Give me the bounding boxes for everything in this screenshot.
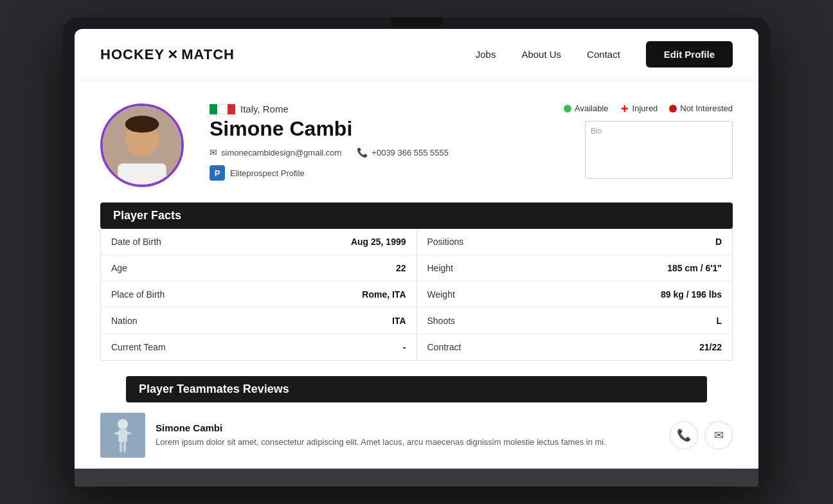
contact-row: ✉ simonecambidesign@gmail.com 📞 +0039 36… xyxy=(210,147,538,158)
location-text: Italy, Rome xyxy=(240,104,289,114)
fact-contract-label: Contract xyxy=(427,342,461,352)
logo-text-hockey: HOCKEY xyxy=(100,46,165,63)
ep-icon: P xyxy=(210,165,225,181)
laptop-base xyxy=(75,469,758,487)
message-button[interactable]: ✉ xyxy=(704,421,733,449)
flag-green xyxy=(210,104,217,114)
injured-label: Injured xyxy=(632,104,658,113)
review-card: Simone Cambi Lorem ipsum dolor sit amet,… xyxy=(100,402,733,469)
available-label: Available xyxy=(575,104,609,113)
status-injured: ✚ Injured xyxy=(620,104,658,113)
not-interested-label: Not Interested xyxy=(680,104,733,113)
phone-icon: 📞 xyxy=(357,147,368,158)
fact-team: Current Team - xyxy=(101,334,416,360)
fact-pob-value: Rome, ITA xyxy=(362,289,406,300)
mail-icon: ✉ xyxy=(210,147,217,158)
reviewer-name: Simone Cambi xyxy=(156,422,659,433)
player-name: Simone Cambi xyxy=(210,117,538,141)
player-facts-header: Player Facts xyxy=(100,203,733,229)
laptop-notch xyxy=(391,17,442,26)
svg-rect-9 xyxy=(126,432,131,435)
fact-age-value: 22 xyxy=(396,263,406,273)
nav-link-about[interactable]: About Us xyxy=(521,49,561,60)
avatar xyxy=(100,104,184,187)
svg-rect-8 xyxy=(114,432,120,435)
avatar-image xyxy=(103,106,181,184)
fact-age-label: Age xyxy=(111,263,127,273)
fact-dob-value: Aug 25, 1999 xyxy=(351,237,406,247)
facts-right-col: Positions D Height 185 cm / 6'1" Weight … xyxy=(417,229,733,360)
logo-icon: ✕ xyxy=(167,47,179,62)
review-content: Simone Cambi Lorem ipsum dolor sit amet,… xyxy=(156,422,659,449)
fact-shoots: Shoots L xyxy=(417,308,733,334)
phone-text: +0039 366 555 5555 xyxy=(372,148,449,158)
fact-age: Age 22 xyxy=(101,255,416,282)
bio-box[interactable]: Bio xyxy=(585,121,733,179)
reviews-section: Player Teammates Reviews xyxy=(100,376,733,469)
profile-section: Italy, Rome Simone Cambi ✉ simonecambide… xyxy=(75,80,758,203)
fact-shoots-label: Shoots xyxy=(427,316,456,326)
fact-weight-label: Weight xyxy=(427,289,455,300)
navbar: HOCKEY ✕ MATCH Jobs About Us Contact Edi… xyxy=(75,29,758,80)
svg-rect-3 xyxy=(118,163,166,184)
logo-text-match: MATCH xyxy=(181,46,235,63)
status-row: Available ✚ Injured Not Interested xyxy=(564,104,733,113)
flag-white xyxy=(219,104,226,114)
flag-red xyxy=(228,104,235,114)
email-item: ✉ simonecambidesign@gmail.com xyxy=(210,147,341,158)
review-text: Lorem ipsum dolor sit amet, consectetur … xyxy=(156,436,659,449)
fact-positions-label: Positions xyxy=(427,237,464,247)
svg-point-6 xyxy=(118,419,128,429)
not-interested-dot xyxy=(669,105,677,113)
eliteprospect-row: P Eliteprospect Profile xyxy=(210,165,538,181)
logo: HOCKEY ✕ MATCH xyxy=(100,46,235,63)
fact-team-label: Current Team xyxy=(111,342,166,352)
location-row: Italy, Rome xyxy=(210,104,538,114)
reviewer-avatar xyxy=(100,413,145,458)
status-bio-col: Available ✚ Injured Not Interested Bio xyxy=(564,104,733,179)
svg-rect-7 xyxy=(118,429,127,442)
player-facts-section: Player Facts Date of Birth Aug 25, 1999 … xyxy=(75,203,758,361)
status-not-interested: Not Interested xyxy=(669,104,733,113)
reviewer-action-image xyxy=(100,413,145,458)
fact-nation: Nation ITA xyxy=(101,308,416,334)
injured-icon: ✚ xyxy=(620,104,629,113)
available-dot xyxy=(564,105,571,113)
fact-contract: Contract 21/22 xyxy=(417,334,733,360)
facts-left-col: Date of Birth Aug 25, 1999 Age 22 Place … xyxy=(101,229,416,360)
fact-positions-value: D xyxy=(715,237,722,247)
profile-info: Italy, Rome Simone Cambi ✉ simonecambide… xyxy=(210,104,538,181)
svg-rect-10 xyxy=(120,442,122,453)
fact-dob-label: Date of Birth xyxy=(111,237,161,247)
fact-contract-value: 21/22 xyxy=(699,342,722,352)
svg-point-4 xyxy=(125,116,159,132)
fact-height-value: 185 cm / 6'1" xyxy=(667,263,722,273)
facts-table: Date of Birth Aug 25, 1999 Age 22 Place … xyxy=(100,229,733,361)
fact-weight-value: 89 kg / 196 lbs xyxy=(661,289,722,300)
email-text: simonecambidesign@gmail.com xyxy=(221,148,341,158)
ep-link[interactable]: Eliteprospect Profile xyxy=(230,168,305,178)
fact-weight: Weight 89 kg / 196 lbs xyxy=(417,282,733,308)
italy-flag xyxy=(210,104,235,114)
fact-positions: Positions D xyxy=(417,229,733,255)
call-button[interactable]: 📞 xyxy=(670,421,698,449)
nav-link-jobs[interactable]: Jobs xyxy=(476,49,496,60)
fact-dob: Date of Birth Aug 25, 1999 xyxy=(101,229,416,255)
fact-pob-label: Place of Birth xyxy=(111,289,165,300)
fact-nation-label: Nation xyxy=(111,316,137,326)
laptop-screen: HOCKEY ✕ MATCH Jobs About Us Contact Edi… xyxy=(75,29,758,469)
fact-nation-value: ITA xyxy=(392,316,406,326)
review-actions: 📞 ✉ xyxy=(670,421,733,449)
fact-shoots-value: L xyxy=(716,316,722,326)
fact-height-label: Height xyxy=(427,263,453,273)
fact-height: Height 185 cm / 6'1" xyxy=(417,255,733,282)
reviews-header: Player Teammates Reviews xyxy=(126,376,707,402)
status-available: Available xyxy=(564,104,609,113)
edit-profile-button[interactable]: Edit Profile xyxy=(646,41,733,68)
fact-pob: Place of Birth Rome, ITA xyxy=(101,282,416,308)
nav-link-contact[interactable]: Contact xyxy=(587,49,620,60)
nav-links: Jobs About Us Contact xyxy=(476,49,620,60)
svg-rect-11 xyxy=(123,442,126,453)
fact-team-value: - xyxy=(403,342,406,352)
phone-item: 📞 +0039 366 555 5555 xyxy=(357,147,449,158)
